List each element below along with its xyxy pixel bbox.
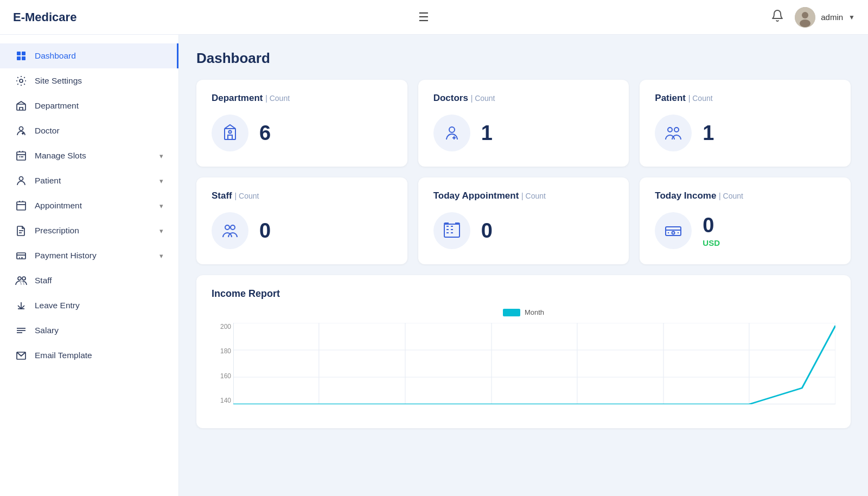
main-header: E-Medicare ☰ admin ▼ — [0, 0, 868, 35]
sidebar-item-site-settings[interactable]: Site Settings — [0, 68, 178, 93]
stat-count-label: | Count — [521, 192, 546, 200]
legend-color-box — [503, 309, 520, 316]
doctor-icon — [15, 125, 27, 136]
stat-card-doctors: Doctors | Count 1 — [418, 80, 629, 167]
department-icon — [15, 100, 27, 111]
staff-stat-icon — [212, 212, 248, 249]
svg-rect-12 — [17, 152, 25, 160]
bell-icon[interactable] — [771, 9, 784, 26]
sidebar-item-email-template[interactable]: Email Template — [0, 343, 178, 368]
stat-count-label: | Count — [719, 192, 743, 200]
hamburger-icon[interactable]: ☰ — [418, 10, 429, 24]
svg-point-30 — [22, 277, 25, 280]
main-layout: Dashboard Site Settings Department — [0, 35, 868, 496]
stat-card-title: Today Income | Count — [655, 190, 835, 201]
chevron-down-icon: ▾ — [159, 227, 163, 235]
sidebar-item-payment-history[interactable]: Payment History ▾ — [0, 243, 178, 268]
stat-value-patient: 1 — [703, 122, 714, 145]
sidebar-item-doctor[interactable]: Doctor — [0, 118, 178, 143]
sidebar-item-label: Dashboard — [35, 51, 162, 61]
salary-icon — [15, 325, 27, 336]
stat-card-patient: Patient | Count 1 — [640, 80, 851, 167]
svg-point-7 — [20, 79, 23, 82]
stat-value-today-appointment: 0 — [481, 219, 493, 243]
sidebar-item-leave-entry[interactable]: Leave Entry — [0, 293, 178, 318]
svg-point-9 — [20, 127, 23, 131]
svg-point-48 — [672, 232, 675, 234]
sidebar-item-label: Manage Slots — [35, 151, 152, 161]
slots-icon — [15, 150, 27, 161]
sidebar-item-label: Payment History — [35, 251, 152, 260]
stat-card-title: Patient | Count — [655, 93, 835, 104]
usd-label: USD — [703, 238, 720, 247]
income-report-title: Income Report — [212, 288, 835, 300]
stat-card-department: Department | Count 6 — [196, 80, 407, 167]
y-label-180: 180 — [212, 347, 231, 355]
admin-caret-icon: ▼ — [848, 14, 855, 21]
stat-card-title: Doctors | Count — [433, 93, 614, 104]
svg-point-36 — [229, 131, 232, 133]
svg-point-44 — [231, 225, 235, 230]
stat-card-title: Today Appointment | Count — [433, 190, 614, 201]
svg-rect-4 — [22, 52, 25, 55]
income-chart-line — [233, 326, 835, 404]
sidebar-item-label: Site Settings — [35, 76, 163, 86]
sidebar-item-label: Staff — [35, 276, 163, 285]
svg-point-18 — [20, 177, 23, 181]
svg-point-1 — [802, 12, 808, 18]
stat-card-title: Department | Count — [212, 93, 392, 104]
stat-count-label: | Count — [265, 94, 290, 103]
sidebar-item-appointment[interactable]: Appointment ▾ — [0, 193, 178, 218]
avatar — [795, 7, 815, 28]
sidebar-item-label: Salary — [35, 326, 163, 335]
prescription-icon — [15, 225, 27, 236]
chevron-down-icon: ▾ — [159, 152, 163, 160]
appointment-stat-icon — [433, 212, 470, 249]
sidebar-item-dashboard[interactable]: Dashboard — [0, 43, 178, 68]
payment-icon — [15, 250, 27, 261]
stats-grid-row2: Staff | Count 0 — [196, 177, 851, 264]
sidebar: Dashboard Site Settings Department — [0, 35, 179, 496]
stat-count-label: | Count — [688, 94, 713, 103]
sidebar-item-department[interactable]: Department — [0, 93, 178, 118]
income-stat-icon — [655, 212, 692, 249]
stat-card-body: 1 — [433, 115, 614, 151]
sidebar-item-label: Prescription — [35, 226, 152, 236]
appointment-icon — [15, 200, 27, 211]
svg-rect-3 — [17, 52, 21, 55]
patient-icon — [15, 175, 27, 186]
sidebar-item-salary[interactable]: Salary — [0, 318, 178, 343]
stat-value-department: 6 — [259, 122, 271, 145]
admin-menu[interactable]: admin ▼ — [795, 7, 855, 28]
stat-count-label: | Count — [471, 94, 495, 103]
leave-icon — [15, 300, 27, 311]
department-stat-icon — [212, 115, 248, 151]
sidebar-item-label: Leave Entry — [35, 301, 163, 310]
stat-card-today-appointment: Today Appointment | Count 0 — [418, 177, 629, 264]
staff-icon — [15, 275, 27, 286]
sidebar-item-patient[interactable]: Patient ▾ — [0, 168, 178, 193]
sidebar-item-staff[interactable]: Staff — [0, 268, 178, 293]
dashboard-icon — [15, 50, 27, 61]
sidebar-item-label: Department — [35, 101, 163, 111]
svg-point-42 — [674, 128, 679, 132]
doctors-stat-icon — [433, 115, 470, 151]
stat-card-today-income: Today Income | Count 0 U — [640, 177, 851, 264]
chart-legend: Month — [212, 308, 835, 316]
app-logo: E-Medicare — [13, 10, 76, 24]
admin-name-label: admin — [821, 12, 843, 22]
sidebar-item-manage-slots[interactable]: Manage Slots ▾ — [0, 143, 178, 168]
sidebar-item-label: Patient — [35, 176, 152, 186]
svg-rect-6 — [22, 56, 25, 60]
chevron-down-icon: ▾ — [159, 252, 163, 260]
sidebar-item-prescription[interactable]: Prescription ▾ — [0, 218, 178, 243]
patient-stat-icon — [655, 115, 692, 151]
stat-card-body: 6 — [212, 115, 392, 151]
stat-value-doctors: 1 — [481, 122, 493, 145]
stat-card-title: Staff | Count — [212, 190, 392, 201]
chevron-down-icon: ▾ — [159, 202, 163, 210]
stat-card-body: 1 — [655, 115, 835, 151]
income-report-card: Income Report Month 200 180 160 140 — [196, 275, 851, 428]
svg-point-43 — [225, 225, 229, 230]
svg-point-29 — [18, 277, 21, 280]
